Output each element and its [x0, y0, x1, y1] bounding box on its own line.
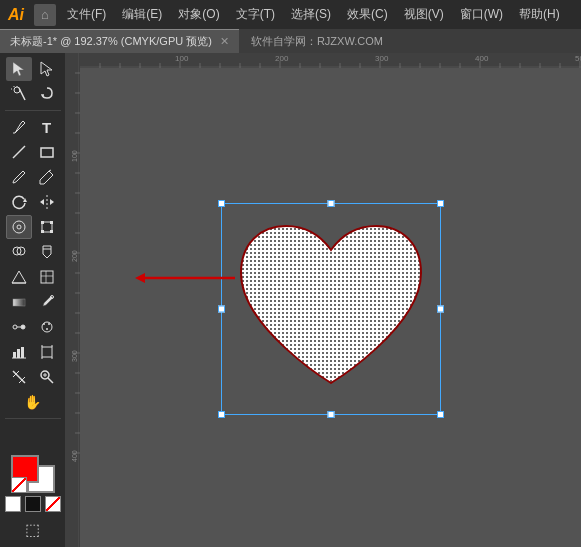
canvas-content: [80, 68, 581, 547]
perspective-grid-tool[interactable]: [6, 265, 32, 289]
tool-row-5: [6, 165, 60, 189]
handle-tl[interactable]: [218, 200, 225, 207]
handle-mr[interactable]: [437, 305, 444, 312]
active-tab[interactable]: 未标题-1* @ 192.37% (CMYK/GPU 预览) ✕: [0, 29, 239, 53]
red-arrow: [130, 266, 240, 290]
svg-point-38: [46, 328, 48, 330]
svg-marker-25: [12, 271, 26, 283]
stroke-fill-indicator[interactable]: [11, 455, 55, 493]
blend-tool[interactable]: [6, 315, 32, 339]
white-fill-box[interactable]: [5, 496, 21, 512]
type-tool[interactable]: T: [34, 115, 60, 139]
menu-select[interactable]: 选择(S): [288, 4, 334, 25]
tool-row-14: ✋: [20, 390, 46, 414]
svg-rect-18: [41, 221, 44, 224]
svg-text:400: 400: [475, 54, 489, 63]
none-indicator[interactable]: [11, 477, 27, 493]
pencil-tool[interactable]: [34, 165, 60, 189]
line-tool[interactable]: [6, 140, 32, 164]
tool-row-4: [6, 140, 60, 164]
rect-tool[interactable]: [34, 140, 60, 164]
menu-window[interactable]: 窗口(W): [457, 4, 506, 25]
none-fill-box[interactable]: [45, 496, 61, 512]
svg-marker-13: [40, 199, 44, 205]
toolbar: T: [0, 53, 65, 547]
pen-tool[interactable]: [6, 115, 32, 139]
menu-object[interactable]: 对象(O): [175, 4, 222, 25]
horizontal-ruler: 100 200 300 400: [80, 53, 581, 68]
svg-text:400: 400: [71, 450, 78, 462]
svg-line-10: [49, 170, 51, 171]
handle-bl[interactable]: [218, 411, 225, 418]
eyedropper-tool[interactable]: [34, 290, 60, 314]
heart-object[interactable]: [226, 208, 436, 408]
tool-row-12: [6, 340, 60, 364]
shape-builder-tool[interactable]: [6, 240, 32, 264]
tool-row-3: T: [6, 115, 60, 139]
svg-text:100: 100: [175, 54, 189, 63]
ai-logo: Ai: [8, 6, 24, 24]
menu-edit[interactable]: 编辑(E): [119, 4, 165, 25]
svg-marker-114: [135, 273, 145, 283]
handle-ml[interactable]: [218, 305, 225, 312]
home-icon[interactable]: ⌂: [34, 4, 56, 26]
tool-row-1: [6, 57, 60, 81]
tab-close-button[interactable]: ✕: [220, 35, 229, 48]
menu-effect[interactable]: 效果(C): [344, 4, 391, 25]
vertical-ruler: 100 200 300 400: [65, 53, 80, 547]
paintbrush-tool[interactable]: [6, 165, 32, 189]
tab-zoom-info: @ 192.37% (CMYK/GPU 预览): [57, 34, 212, 49]
screen-mode-row: ⬚: [20, 517, 46, 541]
tool-row-2: [6, 82, 60, 106]
svg-text:100: 100: [71, 150, 78, 162]
svg-line-52: [48, 378, 53, 383]
free-transform-tool[interactable]: [34, 215, 60, 239]
menu-text[interactable]: 文字(T): [233, 4, 278, 25]
title-bar: Ai ⌂ 文件(F) 编辑(E) 对象(O) 文字(T) 选择(S) 效果(C)…: [0, 0, 581, 29]
color-mode-icons: [5, 496, 61, 512]
reflect-tool[interactable]: [34, 190, 60, 214]
menu-file[interactable]: 文件(F): [64, 4, 109, 25]
menu-view[interactable]: 视图(V): [401, 4, 447, 25]
selection-tool[interactable]: [6, 57, 32, 81]
svg-marker-1: [41, 62, 52, 76]
tool-row-13: [6, 365, 60, 389]
artboard-tool[interactable]: [34, 340, 60, 364]
mesh-tool[interactable]: [34, 265, 60, 289]
direct-select-tool[interactable]: [34, 57, 60, 81]
screen-mode-button[interactable]: ⬚: [20, 517, 46, 541]
svg-rect-30: [13, 299, 25, 306]
svg-point-32: [13, 325, 17, 329]
live-paint-bucket[interactable]: [34, 240, 60, 264]
symbol-sprayer-tool[interactable]: [34, 315, 60, 339]
warp-tool[interactable]: [6, 215, 32, 239]
handle-tr[interactable]: [437, 200, 444, 207]
divider-2: [5, 418, 61, 419]
zoom-tool[interactable]: [34, 365, 60, 389]
lasso-tool[interactable]: [34, 82, 60, 106]
gradient-tool[interactable]: [6, 290, 32, 314]
svg-text:200: 200: [71, 250, 78, 262]
magic-wand-tool[interactable]: [6, 82, 32, 106]
svg-point-33: [21, 325, 25, 329]
tool-row-7: [6, 215, 60, 239]
tool-row-6: [6, 190, 60, 214]
rotate-tool[interactable]: [6, 190, 32, 214]
menu-help[interactable]: 帮助(H): [516, 4, 563, 25]
svg-point-37: [48, 323, 50, 325]
svg-point-15: [13, 221, 25, 233]
svg-marker-0: [13, 62, 24, 76]
svg-rect-43: [42, 347, 52, 357]
svg-point-16: [17, 225, 21, 229]
handle-bc[interactable]: [327, 411, 334, 418]
slice-tool[interactable]: [6, 365, 32, 389]
tool-row-8: [6, 240, 60, 264]
column-graph-tool[interactable]: [6, 340, 32, 364]
handle-br[interactable]: [437, 411, 444, 418]
black-fill-box[interactable]: [25, 496, 41, 512]
divider-1: [5, 110, 61, 111]
handle-tc[interactable]: [327, 200, 334, 207]
tool-row-9: [6, 265, 60, 289]
tab-bar: 未标题-1* @ 192.37% (CMYK/GPU 预览) ✕ 软件自学网：R…: [0, 29, 581, 53]
hand-tool[interactable]: ✋: [20, 390, 46, 414]
